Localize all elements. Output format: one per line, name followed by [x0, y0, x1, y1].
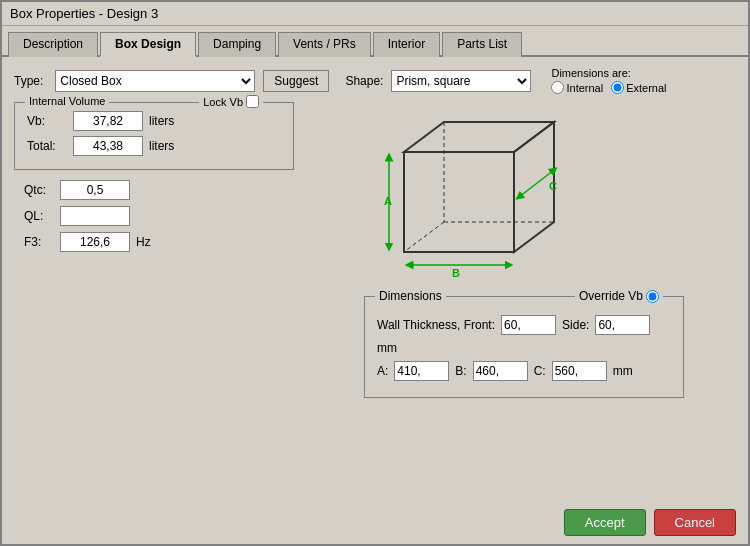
suggest-button[interactable]: Suggest	[263, 70, 329, 92]
f3-unit: Hz	[136, 235, 151, 249]
svg-text:B: B	[452, 267, 460, 279]
ql-input[interactable]	[60, 206, 130, 226]
svg-marker-0	[404, 152, 514, 252]
svg-text:A: A	[384, 195, 392, 207]
lock-vb-group: Lock Vb	[199, 95, 263, 108]
external-label: External	[626, 82, 666, 94]
title-bar: Box Properties - Design 3	[2, 2, 748, 26]
external-radio-group: External	[611, 81, 666, 94]
main-area: Internal Volume Lock Vb Vb: liters Total…	[14, 102, 736, 491]
internal-radio[interactable]	[551, 81, 564, 94]
tab-description[interactable]: Description	[8, 32, 98, 57]
total-row: Total: liters	[27, 136, 281, 156]
internal-volume-group: Internal Volume Lock Vb Vb: liters Total…	[14, 102, 294, 170]
tab-box-design[interactable]: Box Design	[100, 32, 196, 57]
wall-unit: mm	[377, 341, 397, 355]
right-panel: A B C Dimensions Override Vb	[364, 102, 736, 491]
vb-label: Vb:	[27, 114, 67, 128]
shape-label: Shape:	[345, 74, 383, 88]
ql-row: QL:	[24, 206, 364, 226]
svg-line-4	[404, 222, 444, 252]
c-label: C:	[534, 364, 546, 378]
tab-parts-list[interactable]: Parts List	[442, 32, 522, 57]
qtc-row: Qtc:	[24, 180, 364, 200]
wall-front-input[interactable]	[501, 315, 556, 335]
type-select[interactable]: Closed Box	[55, 70, 255, 92]
total-unit: liters	[149, 139, 174, 153]
lock-vb-checkbox[interactable]	[246, 95, 259, 108]
qtc-input[interactable]	[60, 180, 130, 200]
internal-volume-title: Internal Volume	[25, 95, 109, 107]
b-input[interactable]	[473, 361, 528, 381]
box-diagram: A B C	[364, 102, 624, 282]
cancel-button[interactable]: Cancel	[654, 509, 736, 536]
abc-unit: mm	[613, 364, 633, 378]
params-group: Qtc: QL: F3: Hz	[24, 180, 364, 258]
wall-thickness-front-label: Wall Thickness, Front:	[377, 318, 495, 332]
svg-marker-2	[514, 122, 554, 252]
f3-input[interactable]	[60, 232, 130, 252]
b-label: B:	[455, 364, 466, 378]
internal-radio-group: Internal	[551, 81, 603, 94]
a-input[interactable]	[394, 361, 449, 381]
internal-label: Internal	[566, 82, 603, 94]
tab-damping[interactable]: Damping	[198, 32, 276, 57]
dimensions-panel-title: Dimensions	[375, 289, 446, 303]
override-vb-group: Override Vb	[575, 289, 663, 303]
dim-radios: Internal External	[551, 81, 666, 94]
content-area: Type: Closed Box Suggest Shape: Prism, s…	[2, 57, 748, 501]
accept-button[interactable]: Accept	[564, 509, 646, 536]
shape-select[interactable]: Prism, square	[391, 70, 531, 92]
abc-row: A: B: C: mm	[377, 361, 671, 381]
dimensions-panel: Dimensions Override Vb Wall Thickness, F…	[364, 296, 684, 398]
left-panel: Internal Volume Lock Vb Vb: liters Total…	[14, 102, 364, 491]
ql-label: QL:	[24, 209, 54, 223]
side-label: Side:	[562, 318, 589, 332]
wall-thickness-row: Wall Thickness, Front: Side: mm	[377, 315, 671, 355]
total-input[interactable]	[73, 136, 143, 156]
type-shape-row: Type: Closed Box Suggest Shape: Prism, s…	[14, 67, 736, 94]
f3-label: F3:	[24, 235, 54, 249]
tab-vents-prs[interactable]: Vents / PRs	[278, 32, 371, 57]
footer: Accept Cancel	[2, 501, 748, 544]
side-input[interactable]	[595, 315, 650, 335]
c-input[interactable]	[552, 361, 607, 381]
svg-text:C: C	[549, 180, 557, 192]
type-label: Type:	[14, 74, 43, 88]
dimensions-are-label: Dimensions are:	[551, 67, 666, 79]
lock-vb-label: Lock Vb	[203, 96, 243, 108]
f3-row: F3: Hz	[24, 232, 364, 252]
qtc-label: Qtc:	[24, 183, 54, 197]
external-radio[interactable]	[611, 81, 624, 94]
override-vb-label: Override Vb	[579, 289, 643, 303]
vb-input[interactable]	[73, 111, 143, 131]
vb-unit: liters	[149, 114, 174, 128]
window-title: Box Properties - Design 3	[10, 6, 158, 21]
override-vb-radio[interactable]	[646, 290, 659, 303]
a-label: A:	[377, 364, 388, 378]
dimensions-are-group: Dimensions are: Internal External	[551, 67, 666, 94]
svg-marker-1	[404, 122, 554, 152]
tab-bar: Description Box Design Damping Vents / P…	[2, 26, 748, 57]
main-window: Box Properties - Design 3 Description Bo…	[0, 0, 750, 546]
vb-row: Vb: liters	[27, 111, 281, 131]
tab-interior[interactable]: Interior	[373, 32, 440, 57]
total-label: Total:	[27, 139, 67, 153]
